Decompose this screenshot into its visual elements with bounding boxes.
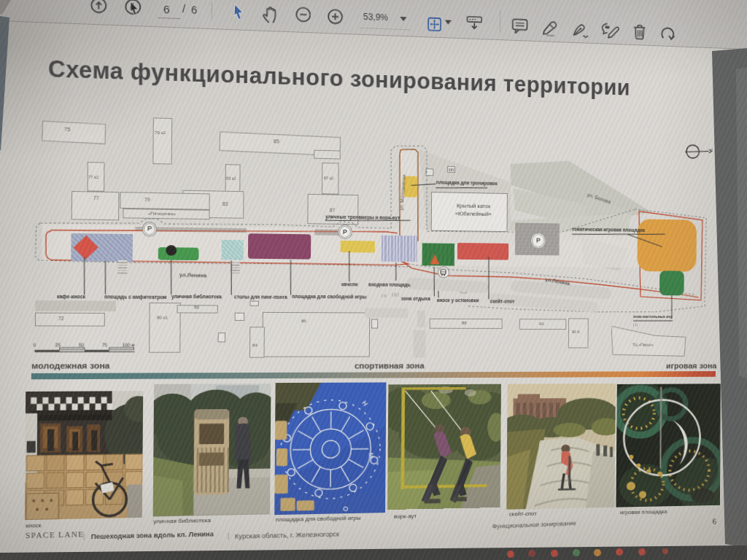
svg-text:25: 25 [55, 342, 61, 347]
svg-text:75: 75 [102, 342, 108, 347]
svg-text:0: 0 [34, 342, 36, 347]
svg-text:50: 50 [79, 342, 85, 347]
svg-text:100 м: 100 м [123, 342, 135, 347]
